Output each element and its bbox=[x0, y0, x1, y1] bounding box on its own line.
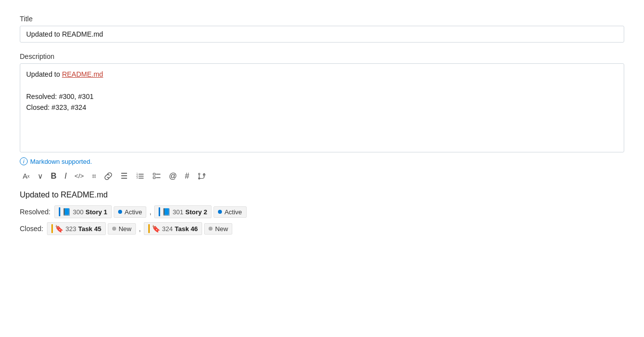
item-number-301: 301 bbox=[172, 208, 183, 216]
pullrequest-button[interactable] bbox=[194, 170, 209, 183]
format-button[interactable]: Ax bbox=[20, 170, 33, 182]
description-text-prefix: Updated to bbox=[26, 70, 62, 78]
chip-324-bar bbox=[148, 224, 150, 233]
item-title-300: Story 1 bbox=[86, 208, 107, 216]
task-icon-323: 🔖 bbox=[55, 225, 63, 233]
title-input[interactable] bbox=[20, 26, 624, 43]
status-chip-323[interactable]: New bbox=[108, 223, 136, 235]
task-list-icon bbox=[152, 172, 161, 181]
story-icon-301: 📘 bbox=[162, 208, 171, 216]
info-icon: i bbox=[20, 157, 28, 165]
code-button[interactable]: </> bbox=[72, 170, 87, 182]
status-text-324: New bbox=[215, 225, 228, 233]
chip-323-bar bbox=[51, 224, 53, 233]
task-icon-324: 🔖 bbox=[152, 225, 160, 233]
ordered-list-button[interactable]: 1 2 3 bbox=[132, 170, 147, 183]
status-dot-324 bbox=[209, 227, 213, 231]
closed-row: Closed: 🔖 323 Task 45 New , 🔖 324 Task 4… bbox=[20, 222, 624, 235]
item-title-301: Story 2 bbox=[185, 208, 207, 216]
resolved-label: Resolved: bbox=[20, 208, 50, 216]
hash-button[interactable]: # bbox=[182, 170, 192, 183]
mention-button[interactable]: @ bbox=[166, 170, 180, 183]
description-label: Description bbox=[20, 52, 624, 60]
comma-2: , bbox=[139, 225, 141, 233]
item-number-324: 324 bbox=[162, 225, 173, 233]
link-button[interactable]: ⌗ bbox=[89, 170, 99, 183]
status-dot-323 bbox=[112, 227, 116, 231]
description-toolbar: Ax ∨ B I </> ⌗ ☰ 1 2 3 bbox=[20, 169, 624, 183]
preview-title: Updated to README.md bbox=[20, 191, 624, 199]
markdown-note: i Markdown supported. bbox=[20, 157, 624, 165]
bold-button[interactable]: B bbox=[48, 170, 60, 183]
resolved-row: Resolved: 📘 300 Story 1 Active , 📘 301 S… bbox=[20, 205, 624, 218]
title-section: Title bbox=[20, 15, 624, 43]
closed-label: Closed: bbox=[20, 225, 43, 233]
description-section: Description Updated to README.md Resolve… bbox=[20, 52, 624, 152]
status-chip-300[interactable]: Active bbox=[114, 206, 146, 218]
unordered-list-button[interactable]: ☰ bbox=[118, 169, 130, 183]
svg-text:3: 3 bbox=[136, 176, 138, 179]
svg-rect-8 bbox=[153, 177, 155, 179]
svg-point-10 bbox=[198, 173, 200, 175]
status-text-323: New bbox=[119, 225, 131, 233]
pullrequest-icon bbox=[197, 172, 206, 181]
status-dot-301 bbox=[218, 210, 222, 214]
comma-1: , bbox=[149, 208, 151, 216]
svg-rect-6 bbox=[153, 173, 155, 175]
description-resolved-line: Resolved: #300, #301 bbox=[26, 93, 93, 100]
format-dropdown-button[interactable]: ∨ bbox=[35, 170, 46, 183]
italic-button[interactable]: I bbox=[61, 170, 69, 183]
work-item-chip-301[interactable]: 📘 301 Story 2 bbox=[154, 205, 212, 218]
work-item-chip-323[interactable]: 🔖 323 Task 45 bbox=[47, 222, 105, 235]
work-item-chip-324[interactable]: 🔖 324 Task 46 bbox=[144, 222, 202, 235]
status-text-300: Active bbox=[125, 208, 142, 216]
chip-300-bar bbox=[59, 207, 60, 216]
item-number-323: 323 bbox=[65, 225, 76, 233]
description-textarea[interactable]: Updated to README.md Resolved: #300, #30… bbox=[20, 63, 624, 152]
item-title-324: Task 46 bbox=[175, 225, 198, 233]
title-label: Title bbox=[20, 15, 624, 23]
description-readme-link: README.md bbox=[62, 70, 103, 78]
ordered-list-icon: 1 2 3 bbox=[135, 172, 144, 181]
chip-301-bar bbox=[159, 207, 160, 216]
status-chip-324[interactable]: New bbox=[204, 223, 232, 235]
work-item-chip-300[interactable]: 📘 300 Story 1 bbox=[54, 205, 112, 218]
story-icon-300: 📘 bbox=[62, 208, 71, 216]
item-number-300: 300 bbox=[73, 208, 84, 216]
status-chip-301[interactable]: Active bbox=[214, 206, 246, 218]
status-dot-300 bbox=[118, 210, 122, 214]
link-icon bbox=[104, 172, 113, 181]
hyperlink-button[interactable] bbox=[101, 170, 116, 183]
status-text-301: Active bbox=[224, 208, 242, 216]
resolved-closed-section: Resolved: 📘 300 Story 1 Active , 📘 301 S… bbox=[20, 205, 624, 235]
description-closed-line: Closed: #323, #324 bbox=[26, 103, 86, 111]
task-list-button[interactable] bbox=[149, 170, 164, 183]
item-title-323: Task 45 bbox=[78, 225, 101, 233]
markdown-note-text: Markdown supported. bbox=[30, 158, 92, 165]
